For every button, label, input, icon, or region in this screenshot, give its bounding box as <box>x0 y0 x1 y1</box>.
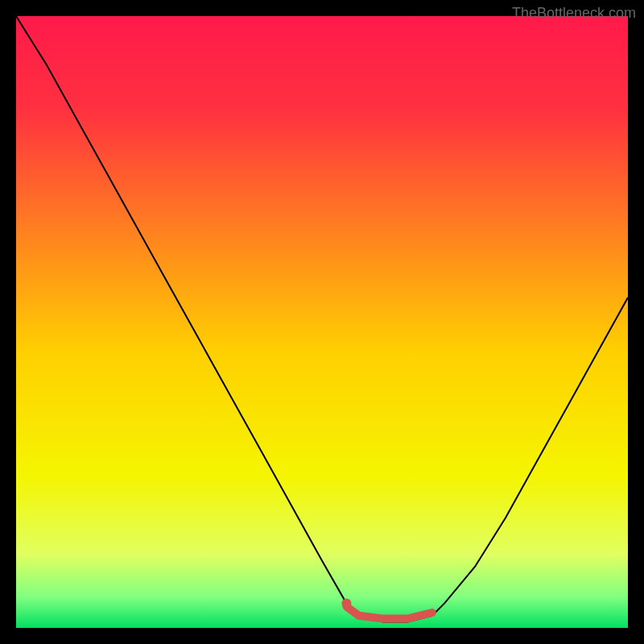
watermark-text: TheBottleneck.com <box>512 5 636 22</box>
chart-background <box>16 16 628 628</box>
chart-svg <box>16 16 628 628</box>
chart-container <box>16 16 628 628</box>
optimal-dot <box>341 599 351 609</box>
